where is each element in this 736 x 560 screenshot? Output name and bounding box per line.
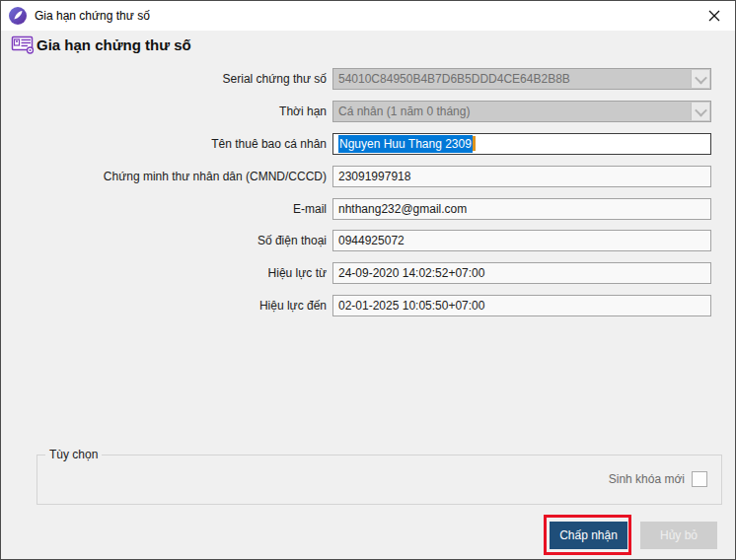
validfrom-label: Hiệu lực từ bbox=[21, 266, 327, 280]
validfrom-input[interactable] bbox=[332, 262, 711, 284]
email-label: E-mail bbox=[21, 202, 327, 216]
phone-input[interactable] bbox=[332, 230, 711, 251]
text-caret bbox=[473, 136, 476, 151]
field-row-phone: Số điện thoại bbox=[1, 230, 736, 251]
field-row-name: Tên thuê bao cá nhân Nguyen Huu Thang 23… bbox=[1, 133, 736, 155]
idnumber-label: Chứng minh thư nhân dân (CMND/CCCD) bbox=[21, 170, 327, 183]
field-row-serial: Serial chứng thư số 54010C84950B4B7D6B5D… bbox=[1, 68, 736, 90]
chevron-down-icon bbox=[691, 70, 709, 88]
dialog-window: Gia hạn chứng thư số Gia hạn chửng thư s… bbox=[0, 0, 736, 560]
duration-value: Cá nhân (1 năm 0 tháng) bbox=[338, 105, 470, 118]
field-row-validto: Hiệu lực đến bbox=[1, 295, 736, 316]
options-groupbox: Tùy chọn Sinh khóa mới bbox=[37, 455, 722, 505]
field-row-idnumber: Chứng minh thư nhân dân (CMND/CCCD) bbox=[1, 166, 736, 187]
name-label: Tên thuê bao cá nhân bbox=[21, 137, 327, 151]
subscriber-name-input[interactable]: Nguyen Huu Thang 2309 bbox=[332, 133, 711, 155]
page-header: Gia hạn chửng thư số bbox=[11, 34, 191, 55]
new-key-checkbox[interactable] bbox=[692, 471, 707, 487]
app-icon bbox=[9, 7, 27, 25]
field-row-validfrom: Hiệu lực từ bbox=[1, 262, 736, 284]
serial-label: Serial chứng thư số bbox=[21, 72, 327, 86]
new-key-option: Sinh khóa mới bbox=[609, 471, 707, 487]
title-bar: Gia hạn chứng thư số bbox=[1, 1, 735, 31]
options-group-title: Tùy chọn bbox=[45, 448, 102, 461]
certificate-card-icon bbox=[11, 34, 35, 55]
new-key-checkbox-label: Sinh khóa mới bbox=[609, 472, 685, 486]
email-input[interactable] bbox=[332, 198, 711, 220]
serial-value: 54010C84950B4B7D6B5DDD4CE64B2B8B bbox=[338, 72, 570, 86]
idnumber-input[interactable] bbox=[332, 166, 711, 187]
accept-button[interactable]: Chấp nhận bbox=[550, 522, 627, 549]
window-title: Gia hạn chứng thư số bbox=[35, 9, 150, 23]
chevron-down-icon bbox=[691, 103, 709, 120]
field-row-email: E-mail bbox=[1, 198, 736, 220]
close-icon bbox=[708, 10, 720, 22]
phone-label: Số điện thoại bbox=[21, 234, 327, 247]
serial-combobox: 54010C84950B4B7D6B5DDD4CE64B2B8B bbox=[332, 68, 711, 90]
field-row-duration: Thời hạn Cá nhân (1 năm 0 tháng) bbox=[1, 101, 736, 122]
page-title: Gia hạn chửng thư số bbox=[37, 36, 191, 53]
selected-text: Nguyen Huu Thang 2309 bbox=[338, 135, 473, 153]
close-button[interactable] bbox=[694, 1, 735, 31]
validto-input[interactable] bbox=[332, 295, 711, 316]
duration-combobox: Cá nhân (1 năm 0 tháng) bbox=[332, 101, 711, 122]
cancel-button[interactable]: Hủy bỏ bbox=[640, 522, 717, 549]
validto-label: Hiệu lực đến bbox=[21, 299, 327, 313]
duration-label: Thời hạn bbox=[21, 105, 327, 118]
